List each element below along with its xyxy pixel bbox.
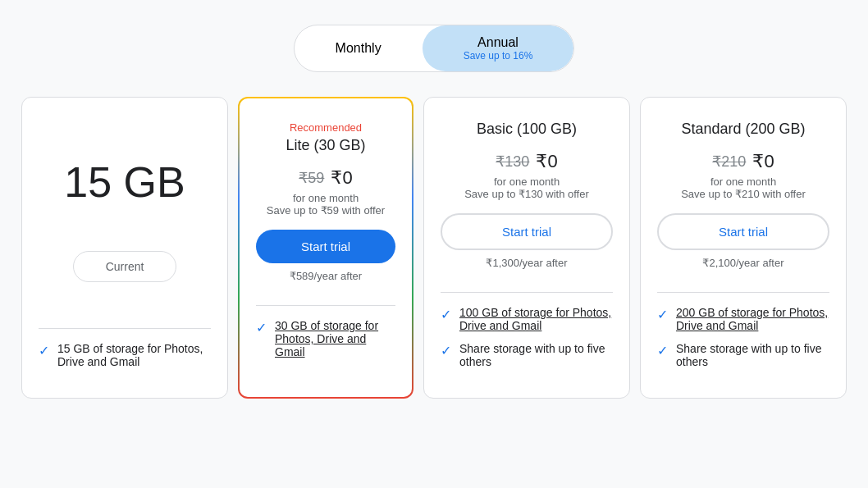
feature-text[interactable]: 200 GB of storage for Photos, Drive and …	[676, 306, 829, 332]
check-icon: ✓	[657, 343, 668, 358]
yearly-price: ₹1,300/year after	[441, 257, 613, 269]
original-price: ₹59	[299, 169, 324, 187]
plan-standard: Standard (200 GB) ₹210 ₹0 for one month …	[640, 97, 847, 399]
yearly-price: ₹589/year after	[256, 270, 395, 282]
feature-list: ✓ 200 GB of storage for Photos, Drive an…	[657, 306, 829, 378]
check-icon: ✓	[256, 320, 267, 335]
per-month: for one month	[256, 192, 395, 204]
feature-text: Share storage with up to five others	[676, 342, 829, 368]
plan-name: Lite (30 GB)	[256, 137, 395, 154]
annual-label: Annual	[477, 35, 519, 49]
feature-item: ✓ Share storage with up to five others	[657, 342, 829, 368]
plans-container: 15 GB Current ✓ 15 GB of storage for Pho…	[16, 97, 852, 399]
price-row: ₹210 ₹0	[657, 151, 829, 172]
feature-item: ✓ 15 GB of storage for Photos, Drive and…	[39, 342, 211, 368]
billing-toggle[interactable]: Monthly Annual Save up to 16%	[294, 25, 575, 72]
current-price: ₹0	[536, 151, 557, 172]
plan-lite: Recommended Lite (30 GB) ₹59 ₹0 for one …	[240, 98, 412, 397]
feature-item: ✓ 100 GB of storage for Photos, Drive an…	[441, 306, 613, 332]
recommended-label: Recommended	[256, 121, 395, 134]
per-month: for one month	[441, 176, 613, 188]
check-icon: ✓	[657, 307, 668, 322]
current-price: ₹0	[331, 167, 352, 189]
free-size: 15 GB	[39, 157, 211, 207]
feature-text[interactable]: 100 GB of storage for Photos, Drive and …	[459, 306, 613, 332]
feature-list: ✓ 100 GB of storage for Photos, Drive an…	[441, 306, 613, 378]
check-icon: ✓	[39, 343, 49, 358]
original-price: ₹130	[496, 153, 529, 171]
save-offer: Save up to ₹210 with offer	[657, 188, 829, 200]
start-trial-button[interactable]: Start trial	[256, 230, 395, 263]
feature-list: ✓ 30 GB of storage for Photos, Drive and…	[256, 319, 395, 368]
feature-text: Share storage with up to five others	[459, 342, 613, 368]
plan-free: 15 GB Current ✓ 15 GB of storage for Pho…	[21, 97, 228, 399]
price-row: ₹59 ₹0	[256, 167, 395, 189]
feature-list: ✓ 15 GB of storage for Photos, Drive and…	[39, 342, 211, 378]
save-offer: Save up to ₹59 with offer	[256, 204, 395, 217]
feature-text[interactable]: 30 GB of storage for Photos, Drive and G…	[275, 319, 395, 358]
plan-name: Basic (100 GB)	[441, 121, 613, 138]
per-month: for one month	[657, 176, 829, 188]
annual-toggle-btn[interactable]: Annual Save up to 16%	[423, 25, 574, 71]
original-price: ₹210	[712, 153, 746, 171]
price-row: ₹130 ₹0	[441, 151, 613, 172]
plan-basic: Basic (100 GB) ₹130 ₹0 for one month Sav…	[423, 97, 630, 399]
divider	[256, 305, 395, 306]
save-text: Save up to 16%	[464, 50, 533, 62]
save-offer: Save up to ₹130 with offer	[441, 188, 613, 200]
check-icon: ✓	[441, 307, 451, 322]
current-price: ₹0	[752, 151, 774, 172]
start-trial-button[interactable]: Start trial	[657, 213, 829, 250]
current-button: Current	[73, 251, 176, 282]
feature-item: ✓ 30 GB of storage for Photos, Drive and…	[256, 319, 395, 358]
yearly-price: ₹2,100/year after	[657, 257, 829, 269]
divider	[657, 292, 829, 293]
feature-item: ✓ 200 GB of storage for Photos, Drive an…	[657, 306, 829, 332]
start-trial-button[interactable]: Start trial	[441, 213, 613, 250]
monthly-toggle-btn[interactable]: Monthly	[295, 25, 423, 71]
divider	[39, 328, 211, 329]
feature-item: ✓ Share storage with up to five others	[441, 342, 613, 368]
plan-name: Standard (200 GB)	[657, 121, 829, 138]
check-icon: ✓	[441, 343, 451, 358]
feature-text: 15 GB of storage for Photos, Drive and G…	[57, 342, 211, 368]
divider	[441, 292, 613, 293]
